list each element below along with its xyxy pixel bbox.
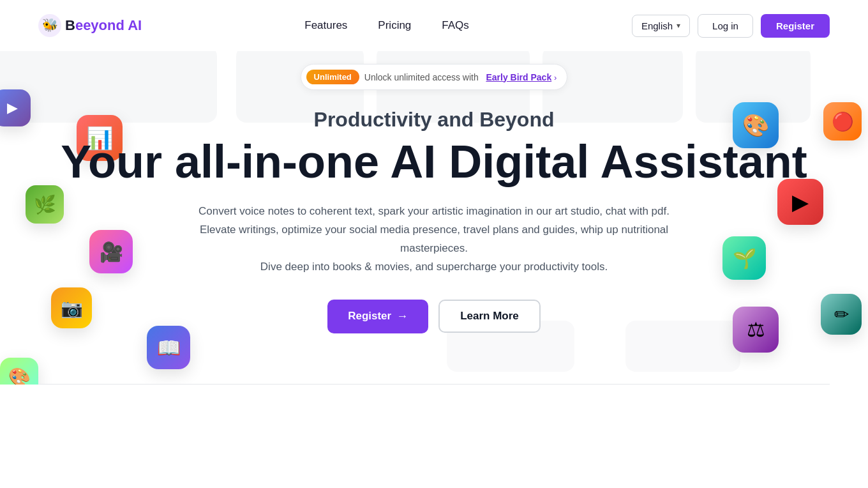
cta-row: Register → Learn More (51, 300, 817, 333)
early-bird-link[interactable]: Early Bird Pack (486, 72, 551, 82)
svg-text:🐝: 🐝 (42, 17, 58, 33)
promo-bar[interactable]: Unlimited Unlock unlimited access with E… (301, 64, 568, 90)
hero-main-title: Your all-in-one AI Digital Assistant (51, 137, 817, 187)
left-icon-art: 🎨 (0, 358, 38, 385)
hero-subtitle: Productivity and Beyond (51, 108, 817, 132)
bottom-divider (38, 384, 830, 385)
hero-content: Unlimited Unlock unlimited access with E… (51, 64, 817, 277)
chevron-down-icon: ▾ (677, 21, 680, 30)
nav-item-features[interactable]: Features (304, 19, 347, 32)
register-button-hero[interactable]: Register → (327, 300, 428, 333)
nav-item-pricing[interactable]: Pricing (378, 19, 411, 32)
hero-section: ▶ 📊 🌿 🎥 📷 📖 🎨 🎨 🔴 ▶ 🌱 (0, 51, 868, 385)
learn-more-button[interactable]: Learn More (438, 300, 541, 333)
nav-actions: English ▾ Log in Register (632, 14, 830, 38)
register-button-nav[interactable]: Register (761, 14, 830, 38)
login-button[interactable]: Log in (698, 14, 753, 38)
logo[interactable]: 🐝 Beeyond AI (38, 14, 142, 37)
logo-text: Beeyond AI (65, 17, 142, 34)
language-label: English (641, 20, 673, 31)
logo-bee-icon: 🐝 (38, 14, 61, 37)
nav-item-faqs[interactable]: FAQs (442, 19, 469, 32)
right-icon-record: 🔴 (823, 102, 862, 141)
hero-description: Convert voice notes to coherent text, sp… (185, 202, 683, 277)
promo-badge: Unlimited (306, 70, 359, 84)
promo-arrow-icon: › (554, 73, 557, 82)
promo-text: Unlock unlimited access with Early Bird … (364, 72, 557, 82)
navbar: 🐝 Beeyond AI Features Pricing FAQs Engli… (0, 0, 868, 51)
language-selector[interactable]: English ▾ (632, 15, 690, 37)
left-icon-play: ▶ (0, 89, 31, 126)
register-arrow-icon: → (396, 310, 408, 323)
nav-links: Features Pricing FAQs (304, 19, 469, 32)
right-icon-pencil: ✏ (821, 294, 862, 335)
